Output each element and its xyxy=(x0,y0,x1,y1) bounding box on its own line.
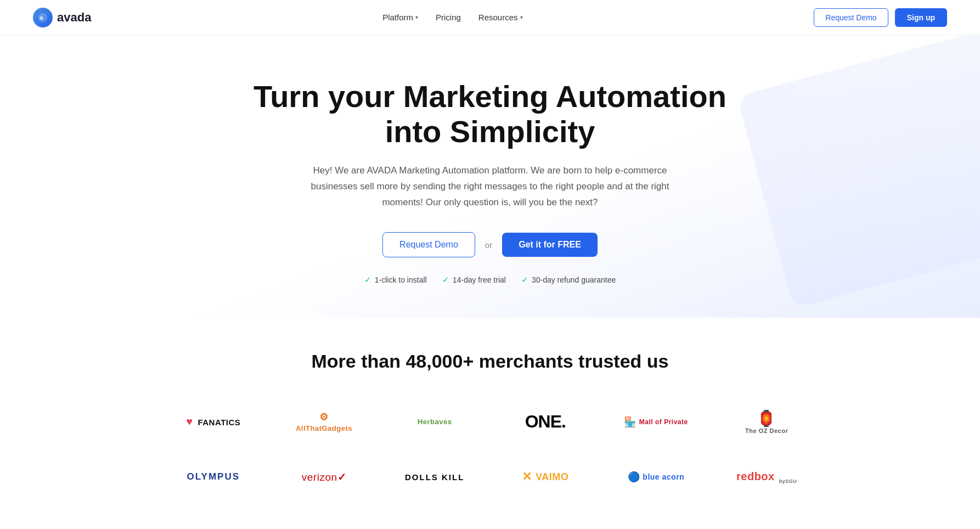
logo-grid: ♥ FANATICS ⚙ AllThatGadgets Herbavex ONE… xyxy=(161,399,819,499)
logo-olympus: OLYMPUS xyxy=(161,455,266,499)
badge-trial: ✓ 14-day free trial xyxy=(442,275,506,285)
get-free-hero-button[interactable]: Get it for FREE xyxy=(502,233,598,257)
logo-icon: a xyxy=(33,8,53,27)
logo-allgadgets: ⚙ AllThatGadgets xyxy=(272,399,377,444)
dollskill-text: DOLLS KILL xyxy=(405,472,464,482)
logo-fanatics: ♥ FANATICS xyxy=(161,399,266,444)
logo-blueacorn: 🔵 blue acorn xyxy=(604,455,709,499)
ozdecor-icon: 🏮 xyxy=(757,409,776,427)
logo-vaimo: ✕ VAIMO xyxy=(493,455,598,499)
logo-one: ONE. xyxy=(493,399,598,444)
or-separator: or xyxy=(485,240,492,250)
vaimo-x-icon: ✕ xyxy=(522,470,532,484)
blueacorn-icon: 🔵 xyxy=(628,471,640,483)
hero-title: Turn your Marketing Automation into Simp… xyxy=(243,79,737,150)
badge-install: ✓ 1-click to install xyxy=(364,275,427,285)
ozdecor-text: The OZ Decor xyxy=(745,427,788,434)
chevron-down-icon: ▾ xyxy=(520,14,523,20)
hero-cta-group: Request Demo or Get it for FREE xyxy=(22,232,958,257)
hero-subtitle: Hey! We are AVADA Marketing Automation p… xyxy=(303,163,677,211)
check-icon: ✓ xyxy=(521,275,528,285)
badge-refund: ✓ 30-day refund guarantee xyxy=(521,275,616,285)
request-demo-hero-button[interactable]: Request Demo xyxy=(382,232,475,257)
hero-badges: ✓ 1-click to install ✓ 14-day free trial… xyxy=(22,275,958,285)
nav-platform[interactable]: Platform ▾ xyxy=(382,13,418,22)
svg-text:a: a xyxy=(40,14,43,21)
trusted-section: More than 48,000+ merchants trusted us ♥… xyxy=(0,318,980,526)
allgadgets-text: AllThatGadgets xyxy=(296,424,352,432)
vaimo-text: VAIMO xyxy=(536,471,568,483)
blueacorn-text: blue acorn xyxy=(643,472,684,481)
hero-section: Turn your Marketing Automation into Simp… xyxy=(0,35,980,318)
sign-up-nav-button[interactable]: Sign up xyxy=(895,8,947,27)
logo-text: avada xyxy=(57,10,91,25)
check-icon: ✓ xyxy=(442,275,449,285)
nav-pricing[interactable]: Pricing xyxy=(436,13,461,22)
mall-text: Mall of Private xyxy=(639,418,688,426)
logo-verizon: verizon✓ xyxy=(272,455,377,499)
redbox-sub: bySGU xyxy=(779,479,797,484)
logo-mallofprivate: 🏪 Mall of Private xyxy=(604,399,709,444)
fanatics-text: FANATICS xyxy=(198,418,240,427)
chevron-down-icon: ▾ xyxy=(415,14,418,20)
herbavex-text: Herbavex xyxy=(418,418,452,426)
logo-herbavex: Herbavex xyxy=(382,399,487,444)
olympus-text: OLYMPUS xyxy=(187,471,240,482)
redbox-text: red xyxy=(736,470,754,482)
nav-actions: Request Demo Sign up xyxy=(814,8,947,27)
logo-dollskill: DOLLS KILL xyxy=(382,455,487,499)
logo-link[interactable]: a avada xyxy=(33,8,91,27)
trusted-title: More than 48,000+ merchants trusted us xyxy=(22,351,958,372)
mall-icon: 🏪 xyxy=(624,416,637,428)
one-text: ONE. xyxy=(525,412,566,431)
navigation: a avada Platform ▾ Pricing Resources ▾ R… xyxy=(0,0,980,35)
logo-ozdecor: 🏮 The OZ Decor xyxy=(714,399,819,444)
check-icon: ✓ xyxy=(364,275,371,285)
verizon-text: verizon xyxy=(302,471,337,483)
request-demo-nav-button[interactable]: Request Demo xyxy=(814,8,888,27)
logo-redbox: redbox bySGU xyxy=(714,455,819,499)
heart-icon: ♥ xyxy=(186,415,193,427)
nav-resources[interactable]: Resources ▾ xyxy=(478,13,523,22)
nav-links: Platform ▾ Pricing Resources ▾ xyxy=(382,13,522,22)
